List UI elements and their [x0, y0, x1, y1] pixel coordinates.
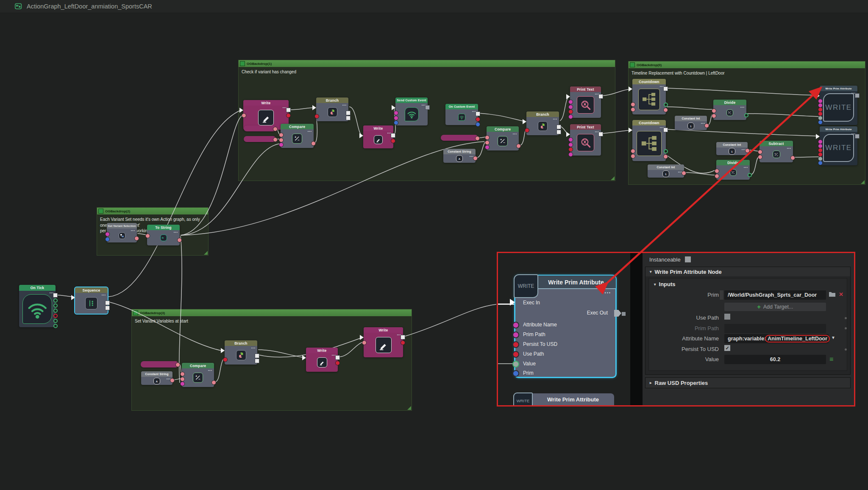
output-port[interactable] [473, 156, 478, 161]
node-on-tick[interactable]: On Tick••• [19, 285, 56, 327]
exec-in-port[interactable] [359, 133, 363, 138]
input-port[interactable] [180, 381, 185, 386]
output-port[interactable] [255, 354, 259, 358]
drag-handle[interactable] [720, 290, 723, 300]
input-port[interactable] [631, 107, 635, 112]
node-print-text-1[interactable]: Print Text••• [570, 86, 601, 118]
output-port[interactable] [211, 380, 216, 385]
output-port[interactable] [53, 298, 58, 303]
output-port[interactable] [664, 149, 668, 153]
exec-in-port[interactable] [523, 119, 526, 124]
exec-in-port[interactable] [566, 132, 570, 137]
output-port[interactable] [273, 127, 278, 131]
output-port[interactable] [105, 306, 110, 310]
output-port[interactable] [401, 340, 405, 345]
add-target-button[interactable]: + Add Target... [724, 303, 826, 311]
output-port[interactable] [286, 113, 291, 118]
exec-in-port[interactable] [360, 335, 364, 340]
group-header[interactable]: OGBackdrop(3) [132, 309, 412, 316]
node-countdown-2[interactable]: Countdown••• [632, 120, 666, 161]
output-port[interactable] [134, 236, 139, 241]
input-port[interactable] [180, 372, 185, 376]
input-port[interactable] [242, 113, 246, 118]
input-port[interactable] [631, 154, 635, 159]
persist-to-usd-port[interactable] [512, 341, 519, 348]
node-compare-3[interactable]: Compare•••+− [182, 363, 214, 387]
node-countdown-1[interactable]: Countdown••• [632, 79, 666, 114]
node-constant-int-3[interactable]: Constant Int•••1 [648, 164, 684, 178]
value-input[interactable]: 60.2 [724, 355, 826, 364]
collapsed-variable-node[interactable] [141, 361, 178, 368]
node-divide-2[interactable]: Divide•••+− [716, 160, 750, 180]
exec-in-port[interactable] [629, 128, 632, 133]
exec-out-port[interactable] [335, 355, 340, 360]
node-branch-1[interactable]: Branch••• [316, 97, 348, 121]
input-port[interactable] [485, 140, 490, 145]
node-write-3[interactable]: Write••• [306, 348, 338, 372]
input-port[interactable] [314, 114, 319, 119]
output-port[interactable] [476, 122, 480, 127]
node-menu-dots[interactable]: ••• [605, 291, 611, 295]
output-port[interactable] [664, 103, 668, 107]
group-backdrop-3[interactable]: OGBackdrop(3) Set Variant Variables at s… [131, 309, 412, 411]
hamburger-icon[interactable]: ≡ [829, 356, 833, 363]
exec-in-port[interactable] [312, 105, 316, 110]
input-port[interactable] [362, 340, 367, 345]
exec-out-port[interactable] [53, 293, 58, 298]
output-port[interactable] [346, 116, 351, 120]
exec-out-port[interactable] [855, 93, 860, 98]
collapsed-variable-node[interactable] [441, 135, 478, 141]
exec-in-port[interactable] [71, 295, 75, 300]
exec-in-port[interactable] [392, 105, 395, 110]
output-port[interactable] [744, 113, 748, 117]
prim-path-input[interactable] [724, 324, 826, 333]
exec-out-port[interactable] [286, 108, 291, 112]
output-port[interactable] [475, 136, 480, 141]
exec-out-port[interactable] [663, 86, 668, 91]
node-subtract[interactable]: Subtract•••+− [760, 141, 793, 162]
node-send-custom-event[interactable]: Send Custom Event••• [395, 97, 428, 125]
input-port[interactable] [568, 152, 573, 157]
input-port[interactable] [568, 147, 573, 152]
node-compare-2[interactable]: Compare•••+− [487, 126, 519, 150]
exec-out-port[interactable] [663, 128, 668, 132]
output-port[interactable] [556, 130, 561, 134]
output-port[interactable] [790, 156, 795, 160]
exec-in-port[interactable] [221, 348, 225, 353]
input-port[interactable] [818, 161, 823, 165]
output-port[interactable] [745, 148, 750, 153]
input-port[interactable] [631, 149, 635, 153]
exec-out-port[interactable] [476, 111, 480, 116]
use-path-checkbox[interactable] [724, 314, 730, 320]
exec-out-port[interactable] [855, 134, 860, 139]
output-port[interactable] [53, 324, 58, 328]
exec-in-port[interactable] [566, 94, 570, 99]
input-port[interactable] [279, 133, 284, 137]
output-port[interactable] [53, 303, 58, 308]
output-port[interactable] [663, 108, 668, 112]
raw-usd-properties-header[interactable]: ▸ Raw USD Properties [645, 377, 851, 388]
input-port[interactable] [758, 150, 762, 154]
input-port[interactable] [712, 114, 716, 118]
node-branch-3[interactable]: Branch••• [225, 340, 257, 365]
node-write-2[interactable]: Write••• [363, 125, 393, 148]
node-divide-1[interactable]: Divide•••+− [713, 100, 746, 120]
output-port[interactable] [682, 171, 686, 175]
exec-in-port[interactable] [302, 355, 306, 360]
group-header[interactable]: OGBackdrop(1) [239, 60, 615, 67]
output-port[interactable] [273, 137, 278, 142]
output-port[interactable] [177, 238, 182, 242]
instanceable-checkbox[interactable] [685, 256, 691, 262]
folder-icon[interactable] [829, 291, 836, 297]
remove-target-icon[interactable]: ✕ [839, 291, 843, 298]
output-port[interactable] [556, 125, 561, 129]
input-port[interactable] [223, 357, 228, 362]
group-header[interactable]: OGBackdrop(0) [629, 61, 865, 68]
exec-out-port[interactable] [598, 94, 603, 99]
dropdown-arrow-icon[interactable]: ▼ [831, 335, 835, 340]
input-port[interactable] [568, 105, 573, 109]
output-port[interactable] [748, 173, 752, 177]
collapsed-variable-node[interactable] [244, 136, 276, 142]
input-port[interactable] [525, 128, 529, 133]
collapsed-variable-node[interactable] [244, 125, 276, 131]
